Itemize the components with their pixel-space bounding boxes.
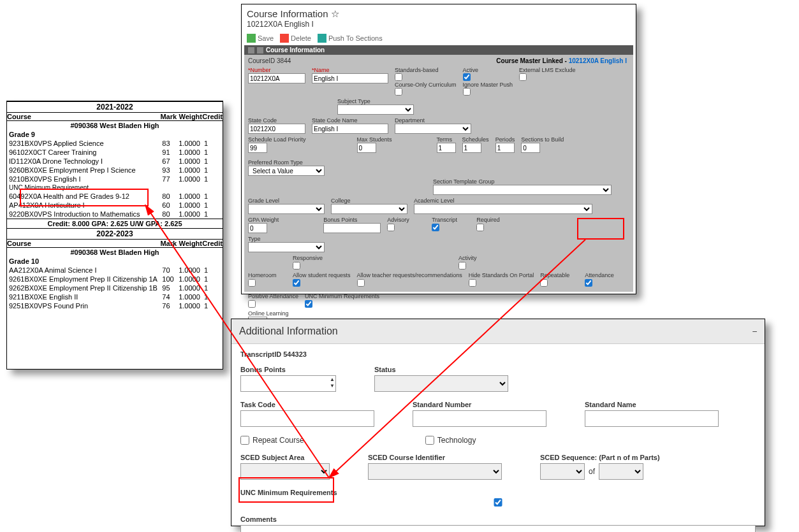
college-select[interactable] [331, 204, 407, 214]
col-course: Course [7, 113, 160, 121]
additional-info-header[interactable]: Additional Information – [231, 319, 765, 344]
col-course: Course [7, 240, 160, 248]
homeroom-checkbox[interactable] [248, 279, 256, 287]
table-row: 9262BX0XE Employment Prep II Citizenship… [7, 284, 223, 292]
minus-icon [257, 47, 263, 54]
bonus-points-input[interactable] [323, 223, 381, 233]
max-students-input[interactable] [357, 143, 376, 153]
periods-input[interactable] [495, 143, 515, 153]
subject-type-select[interactable] [337, 104, 414, 115]
delete-icon [280, 34, 289, 43]
course-only-curriculum-checkbox[interactable] [395, 88, 402, 96]
down-arrow-icon[interactable]: ▼ [330, 383, 335, 389]
table-row: 60492X0A Health and PE Grades 9-12801.00… [7, 192, 223, 201]
sced-course-identifier-select[interactable] [368, 463, 502, 480]
department-select[interactable] [395, 124, 471, 134]
save-icon [247, 34, 256, 43]
grade-level-select[interactable] [248, 204, 325, 214]
up-arrow-icon[interactable]: ▲ [330, 377, 335, 383]
year-header-2: 2022-2023 [7, 229, 223, 240]
sced-seq-m-select[interactable] [599, 463, 643, 480]
credit-summary: Credit: 8.000 GPA: 2.625 U/W GPA: 2.625 [7, 219, 223, 229]
external-lms-exclude-checkbox[interactable] [519, 73, 527, 81]
grade-10-header: Grade 10 [7, 257, 223, 266]
col-mark: Mark [160, 240, 177, 248]
table-row: 9231BX0VPS Applied Science831.00001 [7, 139, 223, 148]
standards-based-checkbox[interactable] [395, 73, 402, 81]
table-row: 9220BX0VPS Introduction to Mathematics80… [7, 210, 223, 219]
repeat-course-checkbox[interactable] [240, 436, 249, 445]
bonus-points-input[interactable] [240, 375, 336, 392]
school-header-2: #090368 West Bladen High [7, 248, 223, 257]
technology-checkbox[interactable] [425, 436, 434, 445]
gpa-weight-input[interactable] [248, 223, 267, 233]
plus-icon [248, 47, 254, 54]
table-row: 9260BX0XE Employment Prep I Science931.0… [7, 166, 223, 175]
state-code-input[interactable] [248, 124, 305, 134]
push-button[interactable]: Push To Sections [318, 34, 383, 43]
state-code-name-input[interactable] [312, 124, 388, 134]
col-credit: Credit [202, 240, 223, 248]
bonus-points-stepper[interactable]: ▲▼ [240, 375, 336, 392]
activity-checkbox[interactable] [458, 262, 466, 270]
course-info-panel: Course Information ☆ 10212X0A English I … [241, 4, 636, 294]
table-row-sub: UNC Minimum Requirement [7, 183, 223, 192]
unc-minimum-requirements-checkbox-ai[interactable] [240, 498, 756, 507]
school-header-1: #090368 West Bladen High [7, 121, 223, 131]
standard-name-input[interactable] [585, 410, 719, 427]
allow-teacher-requests-checkbox[interactable] [357, 279, 365, 287]
table-row: 9211BX0XE English II741.00001 [7, 292, 223, 301]
transcript-checkbox[interactable] [432, 224, 439, 231]
repeatable-checkbox[interactable] [540, 279, 548, 287]
required-checkbox[interactable] [476, 224, 484, 231]
unc-minimum-requirements-checkbox[interactable] [305, 300, 312, 308]
terms-input[interactable] [437, 143, 456, 153]
col-credit: Credit [202, 113, 223, 121]
sced-seq-n-select[interactable] [540, 463, 585, 480]
task-code-input[interactable] [240, 410, 374, 427]
save-button[interactable]: Save [247, 34, 274, 43]
academic-level-select[interactable] [414, 204, 592, 214]
table-row: 9251BX0VPS Found Prin761.00001 [7, 301, 223, 310]
col-weight: Weight [177, 113, 202, 121]
hide-standards-checkbox[interactable] [469, 279, 476, 287]
ignore-master-push-checkbox[interactable] [463, 88, 471, 96]
transcript-id-label: TranscriptID 544323 [240, 350, 756, 358]
number-input[interactable] [248, 73, 305, 83]
standard-number-input[interactable] [413, 410, 546, 427]
sced-subject-area-select[interactable] [240, 463, 330, 480]
table-row: AA212X0A Animal Science I701.00001 [7, 266, 223, 275]
additional-info-panel: Additional Information – TranscriptID 54… [231, 319, 765, 526]
grade-9-header: Grade 9 [7, 130, 223, 139]
course-subtitle: 10212X0A English I [242, 20, 636, 31]
allow-student-requests-checkbox[interactable] [293, 279, 300, 287]
preferred-room-type-select[interactable]: Select a Value [248, 166, 325, 176]
push-icon [318, 34, 326, 43]
page-title: Course Information ☆ [242, 4, 636, 20]
comments-textarea[interactable] [240, 525, 756, 532]
collapse-icon[interactable]: – [752, 327, 757, 336]
status-select[interactable] [374, 375, 508, 392]
course-master-link[interactable]: 10212X0A English I [569, 57, 627, 64]
col-weight: Weight [177, 240, 202, 248]
type-select[interactable] [248, 242, 325, 252]
section-template-group-select[interactable] [433, 185, 612, 195]
table-row: 96102X0CT Career Training911.00001 [7, 148, 223, 157]
delete-button[interactable]: Delete [280, 34, 311, 43]
positive-attendance-checkbox[interactable] [248, 300, 256, 308]
responsive-checkbox[interactable] [293, 262, 300, 270]
attendance-checkbox[interactable] [585, 279, 592, 287]
transcript-panel: 2021-2022 Course Mark Weight Credit #090… [6, 101, 223, 370]
active-checkbox[interactable] [463, 73, 471, 81]
advisory-checkbox[interactable] [387, 224, 395, 231]
section-header[interactable]: Course Information [244, 45, 633, 55]
table-row: 9210BX0VPS English I771.00001 [7, 175, 223, 183]
year-header-1: 2021-2022 [7, 102, 223, 113]
sections-input[interactable] [521, 143, 540, 153]
schedule-load-priority-input[interactable] [248, 143, 267, 153]
additional-info-title: Additional Information [239, 326, 338, 337]
table-row: 9261BX0XE Employment Prep II Citizenship… [7, 275, 223, 284]
table-row: AP412X0A Horticulture I601.00001 [7, 201, 223, 210]
name-input[interactable] [312, 73, 388, 83]
schedules-input[interactable] [462, 143, 481, 153]
